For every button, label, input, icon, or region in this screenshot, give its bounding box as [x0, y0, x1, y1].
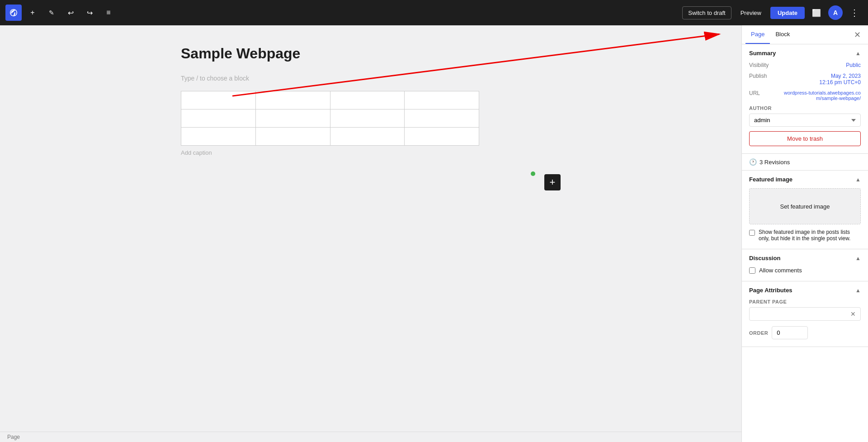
author-label: AUTHOR	[749, 105, 861, 111]
page-attributes-body: PARENT PAGE ✕ ORDER	[742, 299, 868, 347]
table-cell[interactable]	[255, 127, 330, 145]
table-cell[interactable]	[330, 91, 405, 109]
visibility-row: Visibility Public	[749, 62, 861, 68]
section-discussion: Discussion ▲ Allow comments	[742, 249, 868, 281]
page-attributes-title: Page Attributes	[749, 287, 793, 294]
visibility-value[interactable]: Public	[846, 62, 861, 68]
page-attributes-header[interactable]: Page Attributes ▲	[742, 281, 868, 299]
table-cell[interactable]	[181, 91, 256, 109]
table-cell[interactable]	[181, 127, 256, 145]
discussion-title: Discussion	[749, 255, 780, 261]
discussion-header[interactable]: Discussion ▲	[742, 249, 868, 267]
table-cell[interactable]	[405, 91, 479, 109]
table-cell[interactable]	[255, 109, 330, 127]
allow-comments-label: Allow comments	[759, 267, 802, 274]
move-to-trash-button[interactable]: Move to trash	[749, 131, 861, 146]
featured-image-body: Set featured image Show featured image i…	[742, 188, 868, 249]
publish-row: Publish May 2, 2023 12:16 pm UTC+0	[749, 73, 861, 86]
tab-block[interactable]: Block	[770, 25, 795, 44]
summary-title: Summary	[749, 50, 776, 57]
redo-button[interactable]: ↪	[81, 5, 98, 21]
table-block[interactable]	[181, 91, 479, 146]
allow-comments-checkbox[interactable]	[749, 267, 755, 274]
undo-button[interactable]: ↩	[62, 5, 79, 21]
featured-checkbox-label: Show featured image in the posts lists o…	[759, 229, 861, 242]
list-view-button[interactable]: ≡	[100, 5, 117, 21]
add-caption[interactable]: Add caption	[181, 149, 561, 156]
block-placeholder[interactable]: Type / to choose a block	[181, 75, 561, 82]
section-featured-image: Featured image ▲ Set featured image Show…	[742, 171, 868, 249]
url-row: URL wordpress-tutorials.atwebpages.com/s…	[749, 90, 861, 101]
add-block-toolbar-button[interactable]: +	[24, 5, 41, 21]
summary-chevron-icon: ▲	[855, 50, 861, 57]
editor-area: Sample Webpage Type / to choose a block	[0, 25, 741, 432]
table-cell[interactable]	[405, 127, 479, 145]
user-avatar-button[interactable]: A	[828, 5, 843, 20]
main-area: Sample Webpage Type / to choose a block	[0, 25, 868, 442]
publish-line1: May 2, 2023	[831, 73, 861, 79]
editor-wrapper: Sample Webpage Type / to choose a block	[0, 25, 741, 442]
page-attributes-chevron-icon: ▲	[855, 287, 861, 294]
discussion-body: Allow comments	[742, 267, 868, 281]
section-revisions: 🕐 3 Revisions	[742, 154, 868, 171]
url-label: URL	[749, 90, 781, 96]
publish-label: Publish	[749, 73, 781, 79]
section-page-attributes: Page Attributes ▲ PARENT PAGE ✕ ORDER	[742, 281, 868, 347]
visibility-label: Visibility	[749, 62, 781, 68]
featured-image-title: Featured image	[749, 176, 793, 183]
summary-body: Visibility Public Publish May 2, 2023 12…	[742, 62, 868, 153]
toolbar-right: Switch to draft Preview Update ⬜ A ⋮	[682, 5, 863, 21]
table-row	[181, 91, 479, 109]
author-select[interactable]: admin	[749, 114, 861, 127]
featured-image-header[interactable]: Featured image ▲	[742, 171, 868, 188]
parent-page-label: PARENT PAGE	[749, 299, 861, 304]
featured-image-checkbox[interactable]	[749, 230, 755, 236]
edit-button[interactable]: ✎	[43, 5, 60, 21]
discussion-chevron-icon: ▲	[855, 255, 861, 261]
parent-page-clear-icon[interactable]: ✕	[850, 310, 856, 318]
toolbar: + ✎ ↩ ↪ ≡ Switch to draft Preview Update…	[0, 0, 868, 25]
page-title[interactable]: Sample Webpage	[181, 43, 561, 64]
summary-header[interactable]: Summary ▲	[742, 44, 868, 62]
section-summary: Summary ▲ Visibility Public Publish May …	[742, 44, 868, 154]
table-cell[interactable]	[255, 91, 330, 109]
green-status-dot	[531, 171, 535, 176]
update-button[interactable]: Update	[770, 7, 805, 19]
featured-image-chevron-icon: ▲	[855, 176, 861, 183]
parent-page-input[interactable]: ✕	[749, 307, 861, 321]
table-cell[interactable]	[405, 109, 479, 127]
publish-line2: 12:16 pm UTC+0	[819, 79, 861, 86]
add-block-button[interactable]: +	[544, 174, 561, 190]
tab-page[interactable]: Page	[745, 25, 770, 44]
table-row	[181, 127, 479, 145]
order-row: ORDER	[749, 326, 861, 339]
table-row	[181, 109, 479, 127]
revisions-clock-icon: 🕐	[749, 158, 757, 166]
table-cell[interactable]	[181, 109, 256, 127]
revisions-label: 3 Revisions	[760, 159, 790, 166]
featured-checkbox-row: Show featured image in the posts lists o…	[749, 229, 861, 242]
order-input[interactable]	[772, 326, 808, 339]
status-label: Page	[7, 434, 20, 440]
preview-button[interactable]: Preview	[735, 7, 767, 19]
settings-button[interactable]: ⬜	[808, 5, 825, 21]
sidebar: Page Block ✕ Summary ▲ Visibility Public…	[741, 25, 868, 442]
sidebar-close-button[interactable]: ✕	[850, 28, 864, 42]
more-options-button[interactable]: ⋮	[846, 5, 863, 21]
table-cell[interactable]	[330, 109, 405, 127]
order-label: ORDER	[749, 330, 768, 336]
url-value[interactable]: wordpress-tutorials.atwebpages.com/sampl…	[781, 90, 861, 101]
editor-content: Sample Webpage Type / to choose a block	[181, 43, 561, 413]
toolbar-left: + ✎ ↩ ↪ ≡	[5, 5, 679, 21]
table-cell[interactable]	[330, 127, 405, 145]
set-featured-image-button[interactable]: Set featured image	[749, 188, 861, 224]
sidebar-tabs: Page Block ✕	[742, 25, 868, 44]
switch-to-draft-button[interactable]: Switch to draft	[682, 6, 731, 19]
wp-logo[interactable]	[5, 5, 22, 21]
revisions-row[interactable]: 🕐 3 Revisions	[742, 154, 868, 170]
status-bar: Page	[0, 432, 741, 442]
publish-value[interactable]: May 2, 2023 12:16 pm UTC+0	[819, 73, 861, 86]
allow-comments-row: Allow comments	[749, 267, 861, 274]
